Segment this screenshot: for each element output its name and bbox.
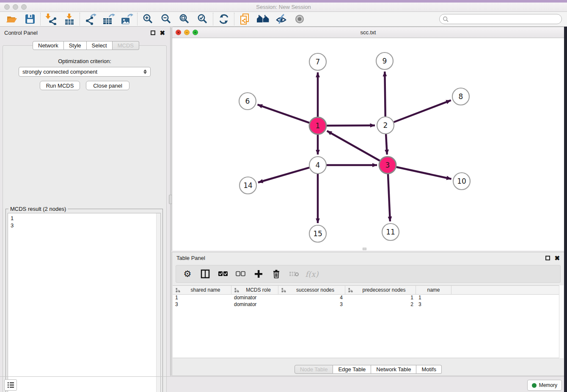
export-network-button[interactable] [81,12,99,26]
close-view-icon[interactable]: ✕ [176,30,181,35]
column-header-name[interactable]: name [416,286,451,294]
tab-select[interactable]: Select [87,41,113,50]
cell-name[interactable]: 1 [416,295,451,301]
tab-network[interactable]: Network [33,41,64,50]
houses-icon [256,14,270,25]
tab-mcds[interactable]: MCDS [113,41,139,50]
cell-successor-nodes[interactable]: 3 [278,301,345,308]
show-columns-button[interactable] [199,268,212,280]
tab-style[interactable]: Style [64,41,87,50]
delete-table-button[interactable] [288,268,300,280]
float-table-panel-icon[interactable] [545,256,550,260]
close-panel-button[interactable]: Close panel [86,81,129,90]
optimization-criterion-label: Optimization criterion: [0,58,169,64]
import-table-button[interactable] [60,12,78,26]
cell-name[interactable]: 3 [416,301,451,308]
hide-graphics-details-button[interactable] [272,12,290,26]
session-title: Session: New Session [0,3,567,11]
open-session-button[interactable] [3,12,21,26]
graph-node-label: 7 [316,58,320,66]
refresh-layout-icon [218,14,229,25]
minimize-window-icon[interactable] [13,4,18,10]
toolbar-separator [40,13,41,25]
network-window-titlebar[interactable]: ✕ − + scc.txt [172,27,564,38]
eye-slash-icon [275,14,287,25]
import-network-icon [45,13,57,25]
search-input[interactable] [449,16,555,22]
close-table-panel-icon[interactable]: ✖ [554,256,560,260]
network-graph[interactable]: 1234678910111415 [172,38,564,251]
tab-network-table[interactable]: Network Table [371,365,416,374]
export-table-button[interactable] [99,12,118,26]
hierarchy-icon [348,288,353,293]
add-column-button[interactable] [252,268,265,280]
close-panel-icon[interactable]: ✖ [160,30,165,35]
canvas-grip[interactable] [363,248,366,250]
new-network-from-selection-button[interactable] [236,12,254,26]
column-header-mcds-role[interactable]: MCDS role [231,286,278,294]
function-builder-button[interactable]: f(x) [306,268,318,280]
control-panel-tabs: Network Style Select MCDS [33,41,139,50]
cell-predecessor-nodes[interactable]: 2 [345,301,416,308]
cell-shared-name[interactable]: 1 [173,295,231,301]
import-network-button[interactable] [42,12,60,26]
memory-button[interactable]: Memory [527,380,562,391]
graph-node-label: 2 [383,121,388,130]
tab-motifs[interactable]: Motifs [416,365,442,374]
cell-successor-nodes[interactable]: 4 [278,295,345,301]
tab-edge-table[interactable]: Edge Table [333,365,371,374]
delete-column-button[interactable] [270,268,283,280]
task-history-button[interactable] [4,379,17,391]
column-header-successor-nodes[interactable]: successor nodes [278,286,345,294]
float-panel-icon[interactable] [151,30,155,35]
cell-predecessor-nodes[interactable]: 1 [345,295,416,301]
run-mcds-button[interactable]: Run MCDS [40,81,80,90]
cell-mcds-role[interactable]: dominator [231,301,278,308]
save-session-button[interactable] [21,12,39,26]
zoom-in-button[interactable] [139,12,157,26]
apply-layout-button[interactable] [215,12,233,26]
graph-node-label: 4 [316,161,320,169]
clear-selection-icon [236,271,246,277]
clear-selection-button[interactable] [234,268,247,280]
zoom-in-icon [143,14,154,25]
plus-icon [254,270,263,278]
maximize-view-icon[interactable]: + [193,30,198,35]
table-row[interactable]: 3 dominator 3 2 3 [173,301,560,308]
result-scrollbar[interactable] [156,213,160,392]
graph-node-label: 1 [316,121,320,130]
zoom-out-button[interactable] [157,12,175,26]
columns-icon [201,269,210,279]
tab-node-table[interactable]: Node Table [295,365,333,374]
search-box[interactable] [439,14,562,24]
toolbar-separator [213,13,213,25]
cell-shared-name[interactable]: 3 [173,301,231,308]
zoom-fit-button[interactable] [175,12,193,26]
select-all-button[interactable] [217,268,229,280]
toolbar-separator [137,13,138,25]
zoom-selected-icon [197,14,208,25]
mcds-result-text[interactable]: 1 3 [8,213,161,392]
export-network-icon [85,13,96,25]
toolbar-separator [234,13,234,25]
criterion-dropdown[interactable]: strongly connected component [19,67,151,77]
table-options-button[interactable]: ⚙ [181,268,194,280]
minimize-view-icon[interactable]: − [184,30,190,35]
table-header-row: shared name MCDS role successor nodes pr… [173,286,560,295]
zoom-selected-button[interactable] [193,12,212,26]
close-window-icon[interactable] [4,4,10,10]
export-image-button[interactable] [118,12,136,26]
node-table[interactable]: shared name MCDS role successor nodes pr… [173,285,560,358]
show-graphics-details-button[interactable] [290,12,308,26]
hierarchy-icon [234,288,239,293]
column-header-predecessor-nodes[interactable]: predecessor nodes [345,286,416,294]
export-image-icon [121,13,133,25]
network-canvas[interactable]: 1234678910111415 [172,38,564,251]
column-header-shared-name[interactable]: shared name [173,286,231,294]
graph-node-label: 9 [383,57,387,65]
table-scrollbar[interactable] [559,285,564,358]
table-row[interactable]: 1 dominator 4 1 1 [173,295,560,301]
cell-mcds-role[interactable]: dominator [231,295,278,301]
zoom-window-icon[interactable] [21,4,27,10]
network-overview-button[interactable] [254,12,272,26]
